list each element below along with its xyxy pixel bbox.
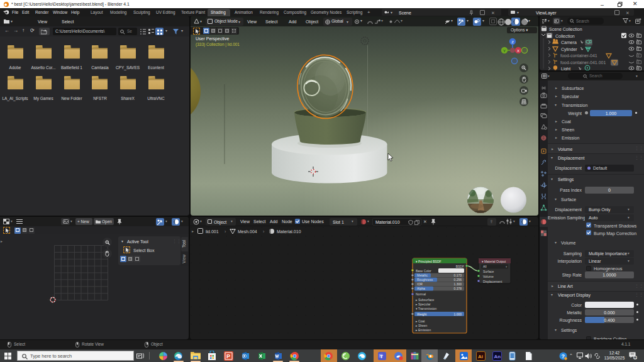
svg-text:11: 11 — [634, 356, 637, 359]
svg-text:T: T — [380, 354, 383, 359]
svg-text:Weight: Weight — [417, 312, 427, 316]
svg-text:Scene Collection: Scene Collection — [549, 27, 582, 31]
svg-text:Battlefield 1: Battlefield 1 — [61, 65, 82, 70]
svg-text:Z: Z — [511, 40, 514, 44]
svg-text:New Folder: New Folder — [61, 96, 82, 101]
svg-text:CPY_SAVES: CPY_SAVES — [116, 65, 140, 70]
svg-text:▸ Specular: ▸ Specular — [416, 302, 431, 306]
svg-text:X: X — [517, 49, 519, 53]
svg-text:IOR: IOR — [417, 282, 423, 286]
svg-text:Metallic: Metallic — [417, 273, 428, 277]
svg-text:Roughness: Roughness — [417, 278, 433, 282]
svg-text:P: P — [226, 353, 230, 359]
svg-text:Adobe: Adobe — [9, 65, 21, 70]
svg-text:My Games: My Games — [33, 96, 53, 101]
svg-text:Light: Light — [561, 67, 570, 70]
svg-text:▸ Sheen: ▸ Sheen — [416, 324, 428, 327]
svg-text:▸ Subsurface: ▸ Subsurface — [416, 298, 434, 302]
svg-text:Cylinder: Cylinder — [561, 47, 577, 52]
svg-text:Volume: Volume — [483, 275, 494, 278]
svg-text:NFSTR: NFSTR — [93, 96, 107, 101]
svg-text:?: ? — [562, 353, 565, 359]
svg-text:1.000: 1.000 — [453, 312, 462, 316]
svg-text:Y: Y — [503, 49, 506, 53]
svg-text:Collection: Collection — [555, 34, 575, 38]
svg-text:ShareX: ShareX — [121, 96, 135, 101]
svg-text:Alpha: Alpha — [417, 287, 425, 290]
svg-text:Base Color: Base Color — [416, 269, 431, 273]
svg-text:All: All — [483, 265, 487, 268]
svg-text:Assetto Cor...: Assetto Cor... — [31, 65, 55, 70]
svg-text:LA_AI_Scripts: LA_AI_Scripts — [2, 96, 28, 101]
svg-text:▾ Material Output: ▾ Material Output — [482, 260, 506, 263]
svg-text:Ai: Ai — [478, 354, 483, 359]
svg-text:An: An — [494, 354, 501, 359]
svg-text:Surface: Surface — [483, 270, 494, 273]
svg-text:0.378: 0.378 — [453, 287, 462, 290]
svg-text:0.256: 0.256 — [453, 278, 462, 282]
svg-text:▾ Principled BSDF: ▾ Principled BSDF — [416, 260, 441, 263]
svg-text:▾ Transmission: ▾ Transmission — [416, 307, 437, 310]
svg-text:0.173: 0.173 — [453, 273, 462, 277]
svg-text:Camtasia: Camtasia — [91, 65, 109, 70]
svg-text:food-container-041.001: food-container-041.001 — [560, 60, 606, 65]
svg-text:▸ Coat: ▸ Coat — [416, 319, 425, 323]
svg-text:Econtent: Econtent — [148, 65, 164, 70]
svg-text:BSDF: BSDF — [456, 265, 464, 268]
svg-text:UltraVNC: UltraVNC — [147, 96, 165, 101]
svg-text:Camera: Camera — [561, 40, 577, 45]
svg-text:▸ Emission: ▸ Emission — [416, 328, 431, 332]
svg-text:Displacement: Displacement — [483, 280, 502, 283]
svg-text:Normal: Normal — [416, 292, 426, 296]
svg-text:1.300: 1.300 — [453, 282, 462, 286]
svg-text:food-container-041: food-container-041 — [560, 53, 597, 58]
